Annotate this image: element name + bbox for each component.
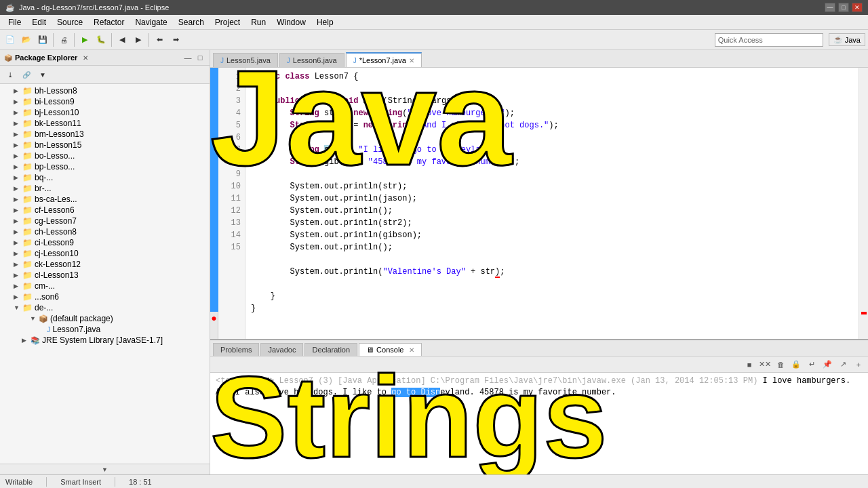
menu-bar: File Edit Source Refactor Navigate Searc… xyxy=(0,15,868,30)
remove-launches-button[interactable]: ✕✕ xyxy=(758,359,772,371)
tree-item-lesson7-java[interactable]: J Lesson7.java xyxy=(0,324,210,335)
editor-left-margin: ● xyxy=(210,68,218,339)
tree-item-bn-lesson15[interactable]: ▶ 📁 bn-Lesson15 xyxy=(0,140,210,150)
editor-content-area[interactable]: ● 1 2 3 4 5 6 7 8 9 10 xyxy=(210,68,868,339)
tree-item-bi-lesson9[interactable]: ▶ 📁 bi-Lesson9 xyxy=(0,96,210,107)
menu-help[interactable]: Help xyxy=(311,16,339,28)
console-toolbar: ■ ✕✕ 🗑 🔒 ↵ 📌 ↗ + xyxy=(210,357,868,373)
tree-label: ck-Lesson12 xyxy=(35,260,81,269)
menu-search[interactable]: Search xyxy=(173,16,210,28)
link-editor-button[interactable]: 🔗 xyxy=(19,67,34,82)
menu-source[interactable]: Source xyxy=(52,16,88,28)
prev-edit-button[interactable]: ⬅ xyxy=(152,33,167,47)
editor-area: J Lesson5.java J Lesson6.java J *Lesson7… xyxy=(210,50,868,339)
pin-console-button[interactable]: 📌 xyxy=(821,359,834,371)
sidebar-view-menu[interactable]: ▼ xyxy=(35,67,50,82)
code-editor[interactable]: public class Lesson7 { public static voi… xyxy=(245,68,859,339)
forward-button[interactable]: ▶ xyxy=(131,33,146,47)
tree-item-cf-lesson6[interactable]: ▶ 📁 cf-Lesson6 xyxy=(0,205,210,216)
toolbar-sep1 xyxy=(53,33,54,47)
run-button[interactable]: ▶ xyxy=(77,33,92,47)
tree-item-bo-lesson[interactable]: ▶ 📁 bo-Lesso... xyxy=(0,150,210,161)
tree-item-son6[interactable]: ▶ 📁 ...son6 xyxy=(0,291,210,302)
tree-item-ch-lesson8[interactable]: ▶ 📁 ch-Lesson8 xyxy=(0,226,210,237)
maximize-sidebar-button[interactable]: □ xyxy=(195,52,205,63)
title-bar-left: ☕ Java - dg-Lesson7/src/Lesson7.java - E… xyxy=(5,3,169,12)
tree-label: cg-Lesson7 xyxy=(35,216,77,226)
tab-console[interactable]: 🖥 Console ✕ xyxy=(359,343,422,356)
maximize-button[interactable]: □ xyxy=(838,3,849,12)
tree-item-cm[interactable]: ▶ 📁 cm-... xyxy=(0,281,210,291)
tree-item-ci-lesson9[interactable]: ▶ 📁 ci-Lesson9 xyxy=(0,237,210,248)
java-file-icon: J xyxy=(220,57,224,64)
tree-item-br[interactable]: ▶ 📁 br-... xyxy=(0,183,210,194)
tree-label: bp-Lesso... xyxy=(35,162,75,171)
open-console-button[interactable]: ↗ xyxy=(836,359,850,371)
tree-item-cj-lesson10[interactable]: ▶ 📁 cj-Lesson10 xyxy=(0,248,210,259)
save-button[interactable]: 💾 xyxy=(35,33,50,47)
menu-edit[interactable]: Edit xyxy=(26,16,52,28)
tree-item-bp-lesson[interactable]: ▶ 📁 bp-Lesso... xyxy=(0,161,210,172)
clear-console-button[interactable]: 🗑 xyxy=(774,359,787,371)
quick-access-input[interactable]: Quick Access xyxy=(715,33,823,47)
tab-close-icon[interactable]: ✕ xyxy=(409,57,414,64)
minimize-button[interactable]: — xyxy=(825,3,835,12)
tree-item-default-package[interactable]: ▼ 📦 (default package) xyxy=(0,313,210,324)
tab-label: *Lesson7.java xyxy=(359,56,406,64)
menu-refactor[interactable]: Refactor xyxy=(88,16,130,28)
tree-label: cm-... xyxy=(35,281,55,291)
tab-lesson5[interactable]: J Lesson5.java xyxy=(213,53,278,67)
title-bar-controls[interactable]: — □ ✕ xyxy=(825,3,863,12)
tab-lesson6[interactable]: J Lesson6.java xyxy=(279,53,344,67)
menu-navigate[interactable]: Navigate xyxy=(130,16,172,28)
tab-label: Problems xyxy=(220,346,252,354)
close-button[interactable]: ✕ xyxy=(852,3,863,12)
tree-label: bn-Lesson15 xyxy=(35,140,81,150)
collapse-all-button[interactable]: ⤓ xyxy=(3,67,18,82)
tab-label: Javadoc xyxy=(268,346,296,354)
next-edit-button[interactable]: ➡ xyxy=(168,33,183,47)
menu-project[interactable]: Project xyxy=(210,16,245,28)
new-console-button[interactable]: + xyxy=(852,359,865,371)
tree-item-bh-lesson8[interactable]: ▶ 📁 bh-Lesson8 xyxy=(0,85,210,96)
java-perspective-button[interactable]: ☕ Java xyxy=(829,33,865,46)
menu-run[interactable]: Run xyxy=(245,16,271,28)
status-position: 18 : 51 xyxy=(129,478,152,486)
main-toolbar: 📄 📂 💾 🖨 ▶ 🐛 ◀ ▶ ⬅ ➡ Quick Access ☕ Java xyxy=(0,30,868,50)
tab-declaration[interactable]: Declaration xyxy=(304,343,357,356)
sidebar-header: 📦 Package Explorer ✕ — □ xyxy=(0,50,210,66)
tab-close-icon[interactable]: ✕ xyxy=(409,346,414,354)
debug-button[interactable]: 🐛 xyxy=(94,33,108,47)
print-button[interactable]: 🖨 xyxy=(56,33,71,47)
word-wrap-button[interactable]: ↵ xyxy=(805,359,818,371)
tree-item-bm-lesson13[interactable]: ▶ 📁 bm-Lesson13 xyxy=(0,129,210,140)
tab-lesson7[interactable]: J *Lesson7.java ✕ xyxy=(346,52,422,67)
menu-window[interactable]: Window xyxy=(271,16,311,28)
tree-item-cg-lesson7[interactable]: ▶ 📁 cg-Lesson7 xyxy=(0,216,210,226)
menu-file[interactable]: File xyxy=(3,16,26,28)
scroll-lock-button[interactable]: 🔒 xyxy=(789,359,803,371)
new-button[interactable]: 📄 xyxy=(3,33,18,47)
tree-item-cl-lesson13[interactable]: ▶ 📁 cl-Lesson13 xyxy=(0,270,210,281)
sidebar-scroll-down[interactable]: ▼ xyxy=(0,464,210,474)
tree-label: (default package) xyxy=(50,314,113,323)
tree-item-bs-ca[interactable]: ▶ 📁 bs-ca-Les... xyxy=(0,194,210,205)
editor-scrollbar[interactable] xyxy=(859,68,868,339)
open-button[interactable]: 📂 xyxy=(19,33,34,47)
tab-label: Console xyxy=(376,346,403,354)
tab-javadoc[interactable]: Javadoc xyxy=(260,343,303,356)
tree-label: bk-Lesson11 xyxy=(35,119,81,128)
tree-item-bq[interactable]: ▶ 📁 bq-... xyxy=(0,172,210,183)
tree-item-bk-lesson11[interactable]: ▶ 📁 bk-Lesson11 xyxy=(0,118,210,129)
tree-item-ck-lesson12[interactable]: ▶ 📁 ck-Lesson12 xyxy=(0,259,210,270)
tab-label: Lesson6.java xyxy=(293,56,337,64)
tree-item-de[interactable]: ▼ 📁 de-... xyxy=(0,302,210,313)
tab-problems[interactable]: Problems xyxy=(213,343,259,356)
sidebar-close-icon[interactable]: ✕ xyxy=(83,54,88,62)
tree-item-jre-library[interactable]: ▶ 📚 JRE System Library [JavaSE-1.7] xyxy=(0,335,210,346)
back-button[interactable]: ◀ xyxy=(115,33,130,47)
tree-item-bj-lesson10[interactable]: ▶ 📁 bj-Lesson10 xyxy=(0,107,210,118)
stop-console-button[interactable]: ■ xyxy=(743,359,756,371)
scroll-error-marker xyxy=(861,312,867,314)
minimize-sidebar-button[interactable]: — xyxy=(182,52,193,63)
